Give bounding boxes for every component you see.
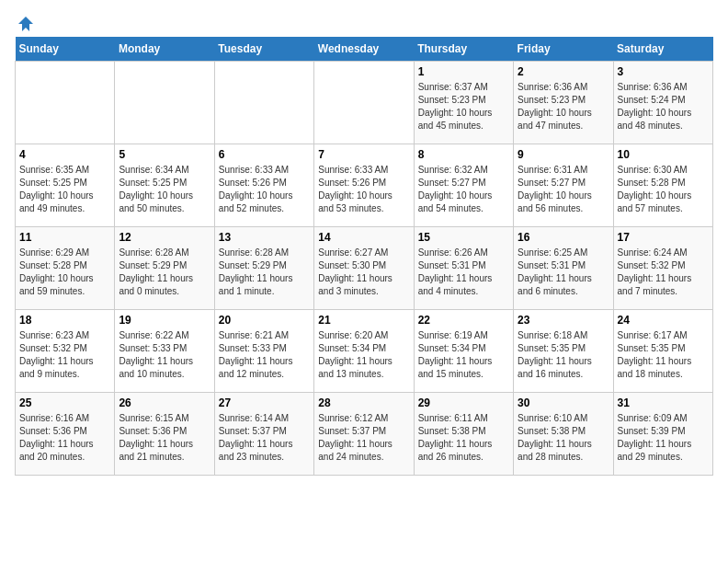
day-number: 18	[19, 314, 110, 327]
day-number: 26	[119, 396, 210, 409]
calendar-cell: 2Sunrise: 6:36 AM Sunset: 5:23 PM Daylig…	[514, 62, 613, 144]
day-number: 5	[119, 148, 210, 161]
day-number: 8	[418, 148, 509, 161]
day-info: Sunrise: 6:35 AM Sunset: 5:25 PM Dayligh…	[19, 164, 110, 215]
calendar-cell: 10Sunrise: 6:30 AM Sunset: 5:28 PM Dayli…	[613, 144, 712, 227]
day-number: 22	[418, 314, 509, 327]
calendar-header-row: SundayMondayTuesdayWednesdayThursdayFrid…	[16, 37, 713, 62]
day-info: Sunrise: 6:14 AM Sunset: 5:37 PM Dayligh…	[219, 412, 310, 464]
calendar-cell: 30Sunrise: 6:10 AM Sunset: 5:38 PM Dayli…	[514, 393, 613, 476]
calendar-cell	[214, 62, 313, 144]
day-number: 19	[119, 314, 210, 327]
day-number: 7	[318, 148, 409, 161]
calendar-cell	[115, 62, 214, 144]
day-number: 13	[219, 231, 310, 244]
calendar-cell: 9Sunrise: 6:31 AM Sunset: 5:27 PM Daylig…	[514, 144, 613, 227]
weekday-header: Thursday	[414, 37, 513, 62]
calendar-cell: 31Sunrise: 6:09 AM Sunset: 5:39 PM Dayli…	[613, 393, 712, 476]
day-info: Sunrise: 6:20 AM Sunset: 5:34 PM Dayligh…	[318, 329, 409, 381]
day-info: Sunrise: 6:28 AM Sunset: 5:29 PM Dayligh…	[219, 247, 310, 298]
calendar-cell: 1Sunrise: 6:37 AM Sunset: 5:23 PM Daylig…	[414, 62, 513, 144]
weekday-header: Friday	[514, 37, 613, 62]
calendar-cell: 28Sunrise: 6:12 AM Sunset: 5:37 PM Dayli…	[314, 393, 414, 476]
day-info: Sunrise: 6:25 AM Sunset: 5:31 PM Dayligh…	[518, 247, 609, 298]
day-number: 24	[618, 314, 709, 327]
day-number: 31	[618, 396, 709, 409]
calendar-cell	[16, 62, 115, 144]
calendar-cell: 29Sunrise: 6:11 AM Sunset: 5:38 PM Dayli…	[414, 393, 513, 476]
day-info: Sunrise: 6:09 AM Sunset: 5:39 PM Dayligh…	[618, 412, 709, 464]
weekday-header: Sunday	[16, 37, 115, 62]
day-info: Sunrise: 6:27 AM Sunset: 5:30 PM Dayligh…	[318, 247, 409, 298]
day-number: 28	[318, 396, 409, 409]
calendar-cell: 5Sunrise: 6:34 AM Sunset: 5:25 PM Daylig…	[115, 144, 214, 227]
day-info: Sunrise: 6:28 AM Sunset: 5:29 PM Dayligh…	[119, 247, 210, 298]
calendar-week-row: 25Sunrise: 6:16 AM Sunset: 5:36 PM Dayli…	[16, 393, 713, 476]
weekday-header: Tuesday	[214, 37, 313, 62]
day-number: 2	[518, 65, 609, 78]
calendar-cell: 24Sunrise: 6:17 AM Sunset: 5:35 PM Dayli…	[613, 310, 712, 393]
day-number: 14	[318, 231, 409, 244]
logo	[15, 15, 35, 29]
day-info: Sunrise: 6:31 AM Sunset: 5:27 PM Dayligh…	[518, 164, 609, 215]
day-info: Sunrise: 6:32 AM Sunset: 5:27 PM Dayligh…	[418, 164, 509, 215]
calendar-cell: 15Sunrise: 6:26 AM Sunset: 5:31 PM Dayli…	[414, 227, 513, 310]
day-number: 20	[219, 314, 310, 327]
day-info: Sunrise: 6:37 AM Sunset: 5:23 PM Dayligh…	[418, 81, 509, 132]
calendar-cell: 3Sunrise: 6:36 AM Sunset: 5:24 PM Daylig…	[613, 62, 712, 144]
calendar-week-row: 1Sunrise: 6:37 AM Sunset: 5:23 PM Daylig…	[16, 62, 713, 144]
day-number: 21	[318, 314, 409, 327]
svg-marker-0	[18, 17, 33, 31]
day-number: 3	[618, 65, 709, 78]
calendar-cell: 20Sunrise: 6:21 AM Sunset: 5:33 PM Dayli…	[214, 310, 313, 393]
calendar-cell: 14Sunrise: 6:27 AM Sunset: 5:30 PM Dayli…	[314, 227, 414, 310]
day-info: Sunrise: 6:11 AM Sunset: 5:38 PM Dayligh…	[418, 412, 509, 464]
day-info: Sunrise: 6:17 AM Sunset: 5:35 PM Dayligh…	[618, 329, 709, 381]
calendar-cell: 11Sunrise: 6:29 AM Sunset: 5:28 PM Dayli…	[16, 227, 115, 310]
day-number: 9	[518, 148, 609, 161]
day-info: Sunrise: 6:33 AM Sunset: 5:26 PM Dayligh…	[318, 164, 409, 215]
header	[15, 15, 713, 29]
day-number: 10	[618, 148, 709, 161]
day-number: 25	[19, 396, 110, 409]
day-number: 17	[618, 231, 709, 244]
day-info: Sunrise: 6:30 AM Sunset: 5:28 PM Dayligh…	[618, 164, 709, 215]
day-number: 12	[119, 231, 210, 244]
day-info: Sunrise: 6:29 AM Sunset: 5:28 PM Dayligh…	[19, 247, 110, 298]
calendar-cell: 19Sunrise: 6:22 AM Sunset: 5:33 PM Dayli…	[115, 310, 214, 393]
weekday-header: Monday	[115, 37, 214, 62]
day-number: 11	[19, 231, 110, 244]
calendar-cell: 4Sunrise: 6:35 AM Sunset: 5:25 PM Daylig…	[16, 144, 115, 227]
weekday-header: Wednesday	[314, 37, 414, 62]
calendar-cell: 18Sunrise: 6:23 AM Sunset: 5:32 PM Dayli…	[16, 310, 115, 393]
day-info: Sunrise: 6:36 AM Sunset: 5:23 PM Dayligh…	[518, 81, 609, 132]
calendar-cell: 26Sunrise: 6:15 AM Sunset: 5:36 PM Dayli…	[115, 393, 214, 476]
day-info: Sunrise: 6:33 AM Sunset: 5:26 PM Dayligh…	[219, 164, 310, 215]
day-number: 4	[19, 148, 110, 161]
day-number: 27	[219, 396, 310, 409]
calendar-cell: 16Sunrise: 6:25 AM Sunset: 5:31 PM Dayli…	[514, 227, 613, 310]
calendar-table: SundayMondayTuesdayWednesdayThursdayFrid…	[15, 37, 713, 476]
calendar-cell: 17Sunrise: 6:24 AM Sunset: 5:32 PM Dayli…	[613, 227, 712, 310]
day-number: 1	[418, 65, 509, 78]
calendar-cell: 23Sunrise: 6:18 AM Sunset: 5:35 PM Dayli…	[514, 310, 613, 393]
day-info: Sunrise: 6:15 AM Sunset: 5:36 PM Dayligh…	[119, 412, 210, 464]
day-info: Sunrise: 6:36 AM Sunset: 5:24 PM Dayligh…	[618, 81, 709, 132]
day-info: Sunrise: 6:34 AM Sunset: 5:25 PM Dayligh…	[119, 164, 210, 215]
day-number: 29	[418, 396, 509, 409]
calendar-cell: 22Sunrise: 6:19 AM Sunset: 5:34 PM Dayli…	[414, 310, 513, 393]
weekday-header: Saturday	[613, 37, 712, 62]
day-info: Sunrise: 6:22 AM Sunset: 5:33 PM Dayligh…	[119, 329, 210, 381]
day-number: 16	[518, 231, 609, 244]
day-info: Sunrise: 6:24 AM Sunset: 5:32 PM Dayligh…	[618, 247, 709, 298]
calendar-cell: 7Sunrise: 6:33 AM Sunset: 5:26 PM Daylig…	[314, 144, 414, 227]
day-info: Sunrise: 6:21 AM Sunset: 5:33 PM Dayligh…	[219, 329, 310, 381]
day-info: Sunrise: 6:23 AM Sunset: 5:32 PM Dayligh…	[19, 329, 110, 381]
day-number: 15	[418, 231, 509, 244]
calendar-cell: 8Sunrise: 6:32 AM Sunset: 5:27 PM Daylig…	[414, 144, 513, 227]
calendar-cell	[314, 62, 414, 144]
day-number: 23	[518, 314, 609, 327]
calendar-cell: 21Sunrise: 6:20 AM Sunset: 5:34 PM Dayli…	[314, 310, 414, 393]
logo-icon	[17, 15, 35, 33]
day-info: Sunrise: 6:12 AM Sunset: 5:37 PM Dayligh…	[318, 412, 409, 464]
